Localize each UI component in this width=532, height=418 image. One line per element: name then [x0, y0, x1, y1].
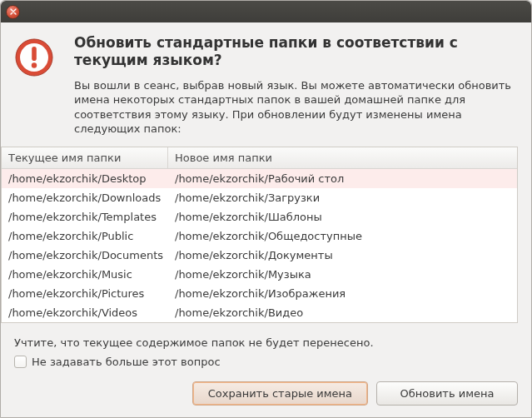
svg-point-3: [32, 62, 37, 67]
table-row[interactable]: /home/ekzorchik/Desktop/home/ekzorchik/Р…: [2, 169, 517, 188]
dont-ask-label: Не задавать больше этот вопрос: [32, 356, 221, 368]
cell-current-name: /home/ekzorchik/Pictures: [2, 284, 168, 303]
keep-old-names-button[interactable]: Сохранить старые имена: [192, 381, 368, 406]
column-current-name[interactable]: Текущее имя папки: [2, 147, 168, 168]
cell-current-name: /home/ekzorchik/Videos: [2, 303, 168, 322]
titlebar: [1, 1, 531, 22]
table-header: Текущее имя папки Новое имя папки: [2, 147, 517, 169]
table-row[interactable]: /home/ekzorchik/Public/home/ekzorchik/Об…: [2, 226, 517, 246]
cell-current-name: /home/ekzorchik/Documents: [2, 246, 168, 265]
folder-rename-table: Текущее имя папки Новое имя папки /home/…: [1, 147, 518, 323]
dont-ask-checkbox[interactable]: [14, 356, 27, 368]
dialog-window: Обновить стандартные папки в соответстви…: [0, 0, 532, 418]
cell-new-name: /home/ekzorchik/Видео: [168, 303, 517, 322]
cell-current-name: /home/ekzorchik/Templates: [2, 207, 168, 226]
cell-new-name: /home/ekzorchik/Музыка: [168, 265, 517, 284]
content-area: Обновить стандартные папки в соответстви…: [1, 22, 531, 328]
main-column: Обновить стандартные папки в соответстви…: [74, 34, 518, 325]
table-row[interactable]: /home/ekzorchik/Documents/home/ekzorchik…: [2, 246, 517, 265]
dialog-description: Вы вошли в сеанс, выбрав новый язык. Вы …: [74, 78, 518, 137]
close-button[interactable]: [6, 5, 20, 19]
cell-current-name: /home/ekzorchik/Music: [2, 265, 168, 284]
table-row[interactable]: /home/ekzorchik/Videos/home/ekzorchik/Ви…: [2, 303, 517, 322]
footnote-text: Учтите, что текущее содержимое папок не …: [1, 328, 531, 354]
svg-rect-2: [32, 47, 37, 61]
button-row: Сохранить старые имена Обновить имена: [1, 378, 531, 417]
cell-new-name: /home/ekzorchik/Загрузки: [168, 188, 517, 207]
table-row[interactable]: /home/ekzorchik/Templates/home/ekzorchik…: [2, 207, 517, 226]
cell-new-name: /home/ekzorchik/Документы: [168, 246, 517, 265]
cell-new-name: /home/ekzorchik/Шаблоны: [168, 207, 517, 226]
cell-current-name: /home/ekzorchik/Downloads: [2, 188, 168, 207]
table-row[interactable]: /home/ekzorchik/Pictures/home/ekzorchik/…: [2, 284, 517, 303]
cell-new-name: /home/ekzorchik/Рабочий стол: [168, 169, 517, 188]
update-names-button[interactable]: Обновить имена: [376, 381, 518, 406]
cell-current-name: /home/ekzorchik/Desktop: [2, 169, 168, 188]
dialog-heading: Обновить стандартные папки в соответстви…: [74, 34, 518, 70]
close-icon: [10, 8, 17, 15]
dont-ask-row: Не задавать больше этот вопрос: [1, 354, 531, 378]
cell-current-name: /home/ekzorchik/Public: [2, 226, 168, 246]
cell-new-name: /home/ekzorchik/Изображения: [168, 284, 517, 303]
cell-new-name: /home/ekzorchik/Общедоступные: [168, 226, 517, 246]
table-body: /home/ekzorchik/Desktop/home/ekzorchik/Р…: [2, 169, 517, 322]
table-row[interactable]: /home/ekzorchik/Downloads/home/ekzorchik…: [2, 188, 517, 207]
table-row[interactable]: /home/ekzorchik/Music/home/ekzorchik/Муз…: [2, 265, 517, 284]
column-new-name[interactable]: Новое имя папки: [168, 147, 517, 168]
warning-icon: [14, 37, 54, 77]
